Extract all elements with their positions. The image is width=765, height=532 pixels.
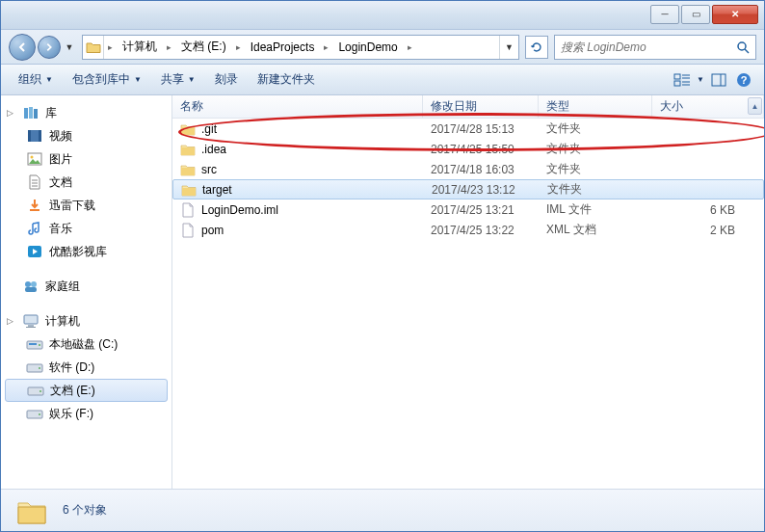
column-date[interactable]: 修改日期 xyxy=(423,95,539,118)
minimize-button[interactable]: ─ xyxy=(650,5,679,24)
new-folder-button[interactable]: 新建文件夹 xyxy=(250,67,323,92)
file-name: LoginDemo.iml xyxy=(201,203,278,217)
sidebar-item-drive[interactable]: 娱乐 (F:) xyxy=(1,402,171,425)
breadcrumb-item-current[interactable]: LoginDemo xyxy=(332,36,403,59)
drive-icon xyxy=(26,359,43,376)
status-folder-icon xyxy=(14,493,49,528)
sidebar-item-label: 娱乐 (F:) xyxy=(49,406,93,422)
help-icon: ? xyxy=(736,72,752,88)
file-type: XML 文档 xyxy=(539,222,652,238)
breadcrumb-sep[interactable]: ▸ xyxy=(163,42,175,52)
include-library-button[interactable]: 包含到库中▼ xyxy=(65,67,149,92)
breadcrumb-dropdown[interactable]: ▼ xyxy=(499,36,518,59)
file-row[interactable]: .git2017/4/28 15:13文件夹 xyxy=(172,119,764,139)
sidebar-item-picture[interactable]: 图片 xyxy=(1,147,171,171)
share-label: 共享 xyxy=(161,71,184,88)
breadcrumb-sep[interactable]: ▸ xyxy=(404,42,416,52)
sidebar-item-label: 本地磁盘 (C:) xyxy=(49,336,118,353)
sidebar-group-computer: ▷ 计算机 本地磁盘 (C:)软件 (D:)文档 (E:)娱乐 (F:) xyxy=(1,309,171,425)
sidebar-item-youku[interactable]: 优酷影视库 xyxy=(1,240,171,263)
svg-point-37 xyxy=(40,390,41,392)
file-name: .idea xyxy=(201,143,226,156)
folder-icon xyxy=(180,142,196,157)
search-input[interactable] xyxy=(561,40,736,54)
document-icon xyxy=(26,173,43,191)
back-button[interactable] xyxy=(9,34,36,61)
sidebar-item-drive[interactable]: 本地磁盘 (C:) xyxy=(1,332,171,356)
file-row[interactable]: .idea2017/4/25 15:50文件夹 xyxy=(172,139,764,159)
scroll-up-button[interactable]: ▲ xyxy=(748,97,762,115)
sidebar-item-label: 音乐 xyxy=(49,221,72,237)
svg-point-39 xyxy=(39,413,40,415)
sidebar-item-music[interactable]: 音乐 xyxy=(1,217,171,240)
svg-rect-27 xyxy=(25,287,37,292)
maximize-button[interactable]: ▭ xyxy=(681,5,710,24)
file-name: .git xyxy=(201,122,217,136)
refresh-button[interactable] xyxy=(525,36,548,59)
sidebar-head-library[interactable]: ▷ 库 xyxy=(1,101,171,124)
nav-buttons: ▼ xyxy=(9,34,76,61)
file-name: target xyxy=(202,183,232,197)
include-label: 包含到库中 xyxy=(72,71,130,88)
file-size: 6 KB xyxy=(652,203,764,217)
breadcrumb[interactable]: ▸ 计算机 ▸ 文档 (E:) ▸ IdeaProjects ▸ LoginDe… xyxy=(82,35,519,60)
organize-button[interactable]: 组织▼ xyxy=(11,67,61,92)
column-type[interactable]: 类型 xyxy=(539,95,652,118)
sidebar-head-homegroup[interactable]: 家庭组 xyxy=(1,275,171,298)
sidebar-item-label: 软件 (D:) xyxy=(49,359,94,376)
file-row[interactable]: LoginDemo.iml2017/4/25 13:21IML 文件6 KB xyxy=(172,200,764,220)
sidebar-item-video[interactable]: 视频 xyxy=(1,124,171,147)
breadcrumb-item-drive[interactable]: 文档 (E:) xyxy=(175,36,232,59)
arrow-left-icon xyxy=(15,40,29,54)
view-icon xyxy=(673,72,691,88)
column-name[interactable]: 名称 xyxy=(172,95,423,118)
file-name: src xyxy=(201,163,217,176)
folder-icon xyxy=(86,40,101,54)
drive-icon xyxy=(26,405,43,422)
homegroup-icon xyxy=(22,278,40,295)
breadcrumb-item-folder[interactable]: IdeaProjects xyxy=(245,36,321,59)
file-type: 文件夹 xyxy=(539,161,652,177)
file-size: 2 KB xyxy=(652,224,764,237)
svg-point-35 xyxy=(39,367,40,369)
sidebar-item-drive[interactable]: 软件 (D:) xyxy=(1,356,171,379)
sidebar-head-computer[interactable]: ▷ 计算机 xyxy=(1,309,171,332)
folder-icon xyxy=(180,121,196,137)
burn-button[interactable]: 刻录 xyxy=(207,67,246,92)
view-dropdown[interactable]: ▼ xyxy=(697,75,704,84)
help-button[interactable]: ? xyxy=(733,69,754,91)
svg-rect-5 xyxy=(674,81,680,86)
forward-button[interactable] xyxy=(38,36,61,59)
sidebar-item-download[interactable]: 迅雷下载 xyxy=(1,194,171,217)
folder-icon xyxy=(180,162,196,177)
breadcrumb-item-computer[interactable]: 计算机 xyxy=(117,36,163,59)
svg-rect-16 xyxy=(28,130,31,142)
library-label: 库 xyxy=(45,105,57,121)
breadcrumb-sep[interactable]: ▸ xyxy=(104,42,117,52)
folder-icon xyxy=(181,182,197,198)
svg-rect-17 xyxy=(39,130,41,142)
sidebar-item-drive[interactable]: 文档 (E:) xyxy=(5,379,168,402)
sidebar-item-label: 图片 xyxy=(49,151,72,168)
share-button[interactable]: 共享▼ xyxy=(153,67,203,92)
drive-icon xyxy=(26,335,43,353)
preview-pane-button[interactable] xyxy=(708,69,729,91)
file-row[interactable]: src2017/4/18 16:03文件夹 xyxy=(172,159,764,179)
breadcrumb-root-icon[interactable] xyxy=(83,36,104,59)
download-icon xyxy=(26,197,43,214)
file-date: 2017/4/28 15:13 xyxy=(423,122,539,136)
breadcrumb-sep[interactable]: ▸ xyxy=(232,42,245,52)
file-row[interactable]: pom2017/4/25 13:22XML 文档2 KB xyxy=(172,220,764,240)
view-options-button[interactable] xyxy=(672,69,693,91)
file-icon xyxy=(180,223,196,238)
breadcrumb-sep[interactable]: ▸ xyxy=(320,42,332,52)
nav-history-dropdown[interactable]: ▼ xyxy=(63,36,76,59)
svg-rect-30 xyxy=(26,327,36,328)
search-icon[interactable] xyxy=(736,40,750,54)
svg-point-33 xyxy=(39,344,40,346)
preview-icon xyxy=(711,73,726,87)
search-box[interactable] xyxy=(554,35,756,60)
sidebar-item-document[interactable]: 文档 xyxy=(1,171,171,194)
close-button[interactable]: ✕ xyxy=(712,5,758,24)
file-row[interactable]: target2017/4/23 13:12文件夹 xyxy=(172,179,764,200)
